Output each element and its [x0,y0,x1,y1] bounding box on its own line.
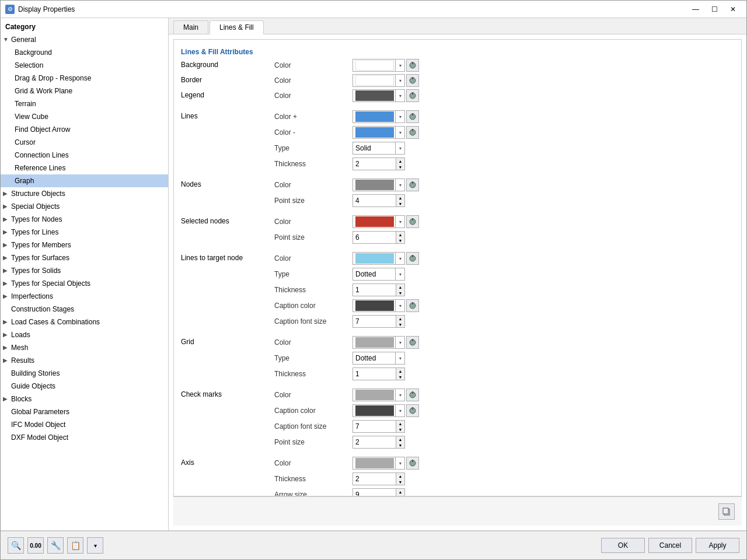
minimize-button[interactable]: — [687,4,704,15]
sidebar-item-imperfections[interactable]: ▶ Imperfections [1,290,168,303]
sidebar-item-background[interactable]: Background [1,46,168,59]
thickness-input-axis[interactable] [353,475,396,483]
sidebar-item-reference-lines[interactable]: Reference Lines [1,162,168,174]
thickness-input-ltt[interactable] [353,286,396,294]
sidebar-item-cursor[interactable]: Cursor [1,136,168,149]
sidebar-item-global-params[interactable]: ▶ Global Parameters [1,405,168,418]
color-select-ltt-caption[interactable]: ▾ [352,299,405,312]
maximize-button[interactable]: ☐ [706,4,723,15]
sidebar-item-types-members[interactable]: ▶ Types for Members [1,239,168,251]
spin-down-cm-pointsize[interactable]: ▼ [396,442,404,448]
color-picker-btn-legend[interactable] [406,89,419,102]
color-select-lines-plus[interactable]: ▾ [352,110,405,123]
spin-up-sel-nodes-pointsize[interactable]: ▲ [396,232,404,237]
font-input-cm-caption[interactable] [353,422,396,430]
spin-down-axis-arrow[interactable]: ▼ [396,495,404,496]
thickness-input-grid[interactable] [353,370,396,378]
font-input-ltt-caption[interactable] [353,317,396,326]
spin-up-ltt-caption-font[interactable]: ▲ [396,316,404,321]
sidebar-item-building-stories[interactable]: ▶ Building Stories [1,367,168,380]
color-picker-btn-cm-caption[interactable] [406,404,419,417]
close-button[interactable]: ✕ [724,4,742,15]
tab-lines-fill[interactable]: Lines & Fill [210,20,264,34]
sidebar-item-ifc[interactable]: ▶ IFC Model Object [1,418,168,431]
sidebar-item-selection[interactable]: Selection [1,59,168,72]
spin-down-cm-caption-font[interactable]: ▼ [396,426,404,432]
sidebar-item-special-objects[interactable]: ▶ Special Objects [1,200,168,213]
sidebar-item-drag-drop[interactable]: Drag & Drop - Response [1,72,168,85]
color-picker-btn-ltt-caption[interactable] [406,299,419,312]
spin-down-ltt-thickness[interactable]: ▼ [396,290,404,296]
sidebar-item-guide-objects[interactable]: ▶ Guide Objects [1,380,168,393]
sidebar-item-terrain[interactable]: Terrain [1,97,168,110]
sidebar-item-grid[interactable]: Grid & Work Plane [1,85,168,97]
spin-up-grid-thickness[interactable]: ▲ [396,368,404,374]
color-picker-btn-sel-nodes[interactable] [406,215,419,228]
sidebar-item-general[interactable]: ▼ General [1,33,168,46]
scrollable-area[interactable]: Lines & Fill Attributes Background Color [173,39,742,496]
sidebar-item-dxf[interactable]: ▶ DXF Model Object [1,431,168,444]
type-select-ltt[interactable]: Dotted ▾ [352,268,405,281]
sidebar-item-graph[interactable]: Graph [1,174,168,187]
type-select-grid[interactable]: Dotted ▾ [352,352,405,365]
sidebar-item-types-solids[interactable]: ▶ Types for Solids [1,264,168,277]
cancel-button[interactable]: Cancel [648,538,692,553]
color-select-lines-minus[interactable]: ▾ [352,126,405,139]
spin-down-sel-nodes-pointsize[interactable]: ▼ [396,237,404,243]
spin-down-nodes-pointsize[interactable]: ▼ [396,201,404,206]
color-picker-btn-lines-plus[interactable] [406,110,419,123]
color-select-ltt[interactable]: ▾ [352,252,405,265]
spin-down-lines-thickness[interactable]: ▼ [396,164,404,170]
sidebar-item-find-obj[interactable]: Find Object Arrow [1,123,168,136]
color-select-legend[interactable]: ▾ [352,89,405,102]
color-picker-btn-ltt[interactable] [406,252,419,265]
color-select-grid[interactable]: ▾ [352,336,405,349]
color-picker-btn-cm[interactable] [406,388,419,401]
tool5-btn[interactable]: ▾ [87,537,103,554]
type-select-lines[interactable]: Solid ▾ [352,142,405,155]
sidebar-item-blocks[interactable]: ▶ Blocks [1,393,168,405]
color-select-axis[interactable]: ▾ [352,457,405,470]
spin-up-lines-thickness[interactable]: ▲ [396,158,404,164]
spin-up-nodes-pointsize[interactable]: ▲ [396,195,404,201]
search-toolbar-btn[interactable]: 🔍 [8,537,24,554]
sidebar-item-load-cases[interactable]: ▶ Load Cases & Combinations [1,316,168,328]
color-select-nodes[interactable]: ▾ [352,178,405,191]
color-picker-btn-nodes[interactable] [406,178,419,191]
color-select-sel-nodes[interactable]: ▾ [352,215,405,228]
value-toolbar-btn[interactable]: 0.00 [27,537,44,554]
spin-down-axis-thickness[interactable]: ▼ [396,479,404,485]
tool4-btn[interactable]: 📋 [67,537,83,554]
spin-down-ltt-caption-font[interactable]: ▼ [396,321,404,327]
copy-button[interactable] [718,503,735,520]
sidebar-item-results[interactable]: ▶ Results [1,354,168,367]
color-picker-btn-lines-minus[interactable] [406,126,419,139]
color-picker-btn[interactable] [406,59,419,72]
sidebar-item-loads[interactable]: ▶ Loads [1,328,168,341]
sidebar-item-construction[interactable]: ▶ Construction Stages [1,303,168,316]
sidebar-item-types-special[interactable]: ▶ Types for Special Objects [1,277,168,290]
arrow-input-axis[interactable] [353,491,396,496]
tab-main[interactable]: Main [173,20,208,34]
sidebar-item-types-lines[interactable]: ▶ Types for Lines [1,226,168,239]
color-select-border[interactable]: ▾ [352,74,405,87]
spin-up-cm-pointsize[interactable]: ▲ [396,436,404,442]
pointsize-input-nodes[interactable] [353,197,396,205]
spin-up-ltt-thickness[interactable]: ▲ [396,284,404,290]
spin-up-axis-thickness[interactable]: ▲ [396,473,404,479]
color-picker-btn-axis[interactable] [406,457,419,470]
spin-down-grid-thickness[interactable]: ▼ [396,374,404,380]
color-select-cm-caption[interactable]: ▾ [352,404,405,417]
sidebar-item-structure-objects[interactable]: ▶ Structure Objects [1,187,168,200]
color-select-cm[interactable]: ▾ [352,388,405,401]
pointsize-input-sel-nodes[interactable] [353,233,396,242]
spin-up-cm-caption-font[interactable]: ▲ [396,421,404,426]
pointsize-input-cm[interactable] [353,438,396,446]
spin-up-axis-arrow[interactable]: ▲ [396,489,404,495]
apply-button[interactable]: Apply [696,538,739,553]
ok-button[interactable]: OK [601,538,645,553]
tool3-btn[interactable]: 🔧 [47,537,64,554]
color-picker-btn-border[interactable] [406,74,419,87]
sidebar-item-types-nodes[interactable]: ▶ Types for Nodes [1,213,168,226]
sidebar-item-connection-lines[interactable]: Connection Lines [1,149,168,162]
